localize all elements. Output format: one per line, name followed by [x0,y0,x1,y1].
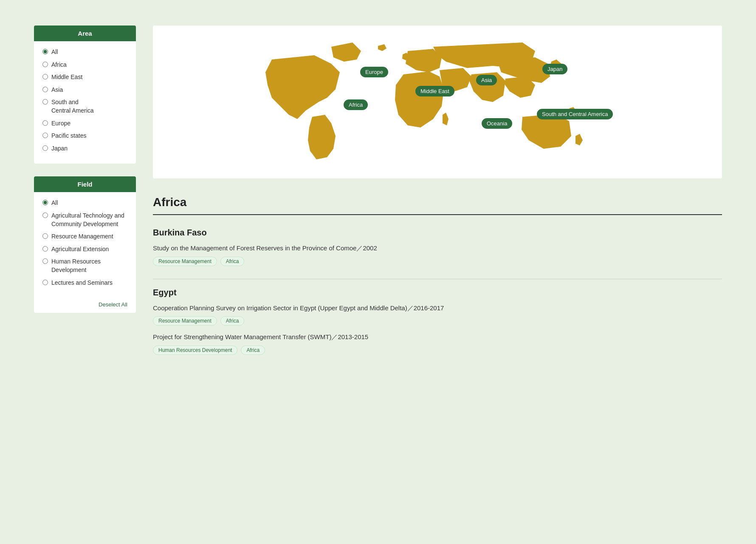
map-label-asia[interactable]: Asia [476,75,497,85]
project-title-egypt-2: Project for Strengthening Water Manageme… [153,332,722,342]
main-content: Europe Middle East Asia Japan Africa Oce… [153,26,722,368]
tag-africa[interactable]: Africa [241,346,265,355]
field-filter-box: Field All Agricultural Technology and Co… [34,176,136,313]
country-section-egypt: Egypt Cooperation Planning Survey on Irr… [153,288,722,355]
map-container: Europe Middle East Asia Japan Africa Oce… [153,26,722,178]
tag-africa[interactable]: Africa [220,316,245,326]
area-option-africa[interactable]: Africa [42,61,127,69]
tag-africa[interactable]: Africa [220,257,245,266]
country-title-egypt: Egypt [153,288,722,298]
world-map-svg [161,34,714,170]
tag-resource-management[interactable]: Resource Management [153,316,217,326]
country-title-burkina-faso: Burkina Faso [153,228,722,238]
country-divider [153,279,722,279]
project-item-egypt-2: Project for Strengthening Water Manageme… [153,332,722,355]
map-label-europe[interactable]: Europe [360,67,388,77]
country-section-burkina-faso: Burkina Faso Study on the Management of … [153,228,722,266]
map-label-africa[interactable]: Africa [344,99,368,110]
field-option-all[interactable]: All [42,199,127,207]
world-map: Europe Middle East Asia Japan Africa Oce… [161,34,714,170]
field-filter-options: All Agricultural Technology and Communit… [34,192,136,298]
project-tags-egypt-1: Resource Management Africa [153,316,722,326]
tag-resource-management[interactable]: Resource Management [153,257,217,266]
map-label-oceania[interactable]: Oceania [482,118,512,129]
project-title: Study on the Management of Forest Reserv… [153,244,722,253]
area-option-asia[interactable]: Asia [42,86,127,94]
area-option-pacific-states[interactable]: Pacific states [42,132,127,140]
region-title: Africa [153,196,722,209]
tag-human-resources-development[interactable]: Human Resources Development [153,346,237,355]
project-item: Study on the Management of Forest Reserv… [153,244,722,266]
deselect-all-button[interactable]: Deselect All [34,298,136,313]
field-option-resource-mgmt[interactable]: Resource Management [42,232,127,241]
section-divider [153,214,722,215]
area-option-middle-east[interactable]: Middle East [42,73,127,82]
area-filter-options: All Africa Middle East Asia South andCen… [34,41,136,164]
area-filter-box: Area All Africa Middle East Asia [34,26,136,164]
area-option-all[interactable]: All [42,48,127,57]
field-filter-header: Field [34,176,136,192]
project-title-egypt-1: Cooperation Planning Survey on Irrigatio… [153,303,722,313]
sidebar: Area All Africa Middle East Asia [34,26,136,326]
field-option-human-resources[interactable]: Human Resources Development [42,258,127,274]
area-option-europe[interactable]: Europe [42,119,127,128]
content-section: Africa Burkina Faso Study on the Managem… [153,196,722,355]
project-tags-egypt-2: Human Resources Development Africa [153,346,722,355]
area-option-south-central-america[interactable]: South andCentral America [42,98,127,115]
page-layout: Area All Africa Middle East Asia [34,26,722,368]
map-label-south-central-america[interactable]: South and Central America [537,109,613,119]
area-option-japan[interactable]: Japan [42,144,127,153]
map-label-japan[interactable]: Japan [542,64,567,74]
project-item-egypt-1: Cooperation Planning Survey on Irrigatio… [153,303,722,326]
map-label-middle-east[interactable]: Middle East [415,86,454,96]
project-tags: Resource Management Africa [153,257,722,266]
field-option-lectures[interactable]: Lectures and Seminars [42,279,127,287]
area-filter-header: Area [34,26,136,41]
field-option-agricultural-ext[interactable]: Agricultural Extension [42,245,127,254]
field-option-agricultural-tech[interactable]: Agricultural Technology and Community De… [42,212,127,228]
